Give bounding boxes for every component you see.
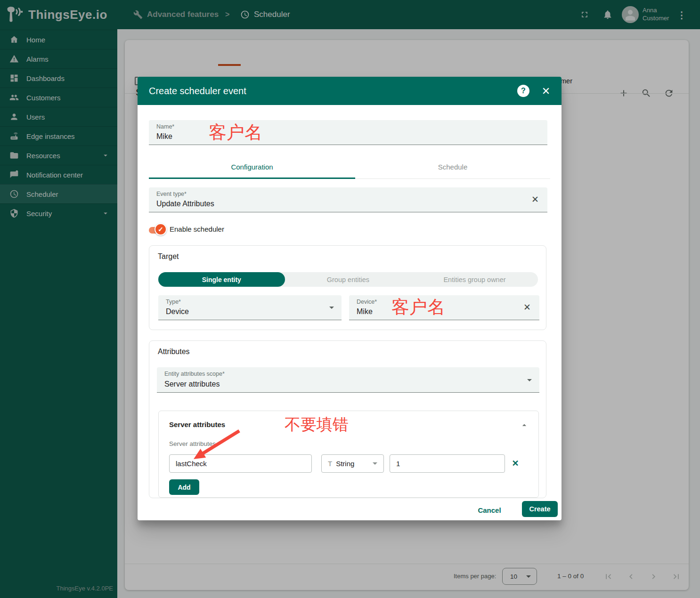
dialog-title: Create scheduler event [149,77,246,105]
attributes-heading: Attributes [158,347,190,356]
toggle-thumb-check-icon[interactable]: ✓ [155,223,167,235]
field-label: Name* [156,123,174,130]
text-type-icon: T [328,460,332,468]
clear-icon[interactable]: ✕ [529,194,541,205]
create-button[interactable]: Create [522,501,558,517]
annotation-do-not-mistype: 不要填错 [285,414,349,436]
entity-attributes-scope-select[interactable]: Entity attributes scope* Server attribut… [157,367,539,393]
field-value: Mike [357,307,373,316]
tab-configuration[interactable]: Configuration [149,155,355,178]
chevron-down-icon [527,379,532,384]
enable-scheduler-label: Enable scheduler [170,225,224,234]
attribute-type-select[interactable]: T String [321,454,384,473]
delete-attribute-icon[interactable]: ✕ [508,454,522,473]
cancel-button[interactable]: Cancel [474,504,505,517]
chevron-up-icon[interactable] [520,420,529,430]
field-label: Entity attributes scope* [164,371,225,377]
event-type-field[interactable]: Event type* Update Attributes ✕ [149,187,547,212]
field-label: Event type* [156,191,187,197]
field-value: Device [166,307,189,316]
segment-group-entities[interactable]: Group entities [285,272,412,287]
clear-icon[interactable]: ✕ [521,302,533,313]
field-value: Mike [156,132,172,141]
entity-type-select[interactable]: Type* Device [158,295,342,320]
target-section: Target Single entity Group entities Enti… [149,245,546,330]
field-label: Device* [357,299,377,305]
annotation-customer-name-device: 客户名 [391,295,445,319]
annotation-arrow [180,423,255,470]
screen: ThingsEye.io Advanced features > Schedul… [0,0,700,598]
target-heading: Target [158,252,179,261]
chevron-down-icon [329,307,334,311]
segment-single-entity[interactable]: Single entity [158,272,285,287]
field-value: Update Attributes [156,200,214,208]
segment-entities-group-owner[interactable]: Entities group owner [411,272,538,287]
help-icon[interactable]: ? [517,85,529,97]
target-type-segmented-control: Single entity Group entities Entities gr… [158,272,538,287]
annotation-customer-name: 客户名 [209,121,262,145]
dialog-header: Create scheduler event ? ✕ [138,77,562,105]
active-tab-indicator [149,178,355,179]
attribute-value-input[interactable]: 1 [390,454,505,473]
close-icon[interactable]: ✕ [539,84,553,98]
create-scheduler-event-dialog: Create scheduler event ? ✕ Name* Mike Co… [138,77,562,520]
field-label: Type* [166,299,181,305]
tab-schedule[interactable]: Schedule [355,155,550,178]
field-value: Server attributes [164,380,220,388]
chevron-down-icon [373,462,377,467]
add-attribute-button[interactable]: Add [169,479,199,495]
